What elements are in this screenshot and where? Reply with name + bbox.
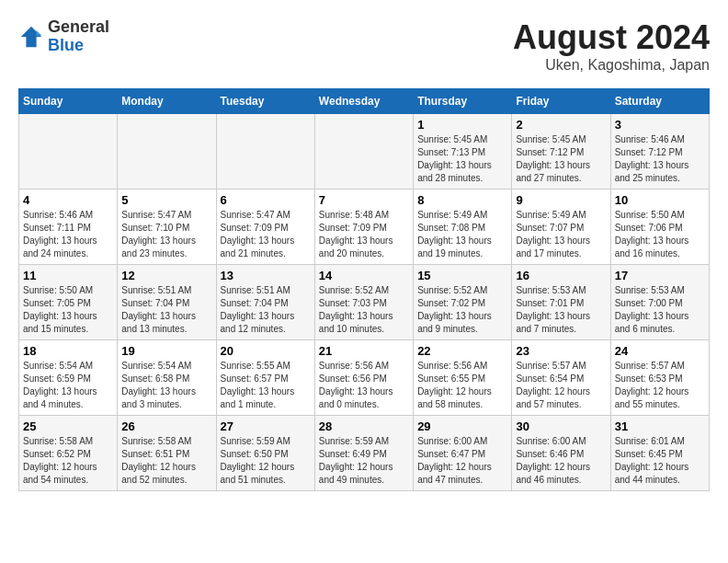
day-number: 24 (615, 344, 705, 358)
day-number: 16 (516, 269, 606, 282)
day-number: 4 (23, 193, 113, 207)
day-cell: 18Sunrise: 5:54 AM Sunset: 6:59 PM Dayli… (19, 340, 118, 416)
day-info: Sunrise: 5:45 AM Sunset: 7:13 PM Dayligh… (417, 133, 507, 185)
day-number: 1 (417, 118, 507, 132)
page-subtitle: Uken, Kagoshima, Japan (513, 57, 710, 74)
logo-blue: Blue (48, 37, 109, 55)
day-cell: 24Sunrise: 5:57 AM Sunset: 6:53 PM Dayli… (610, 340, 709, 416)
week-row-5: 25Sunrise: 5:58 AM Sunset: 6:52 PM Dayli… (19, 416, 710, 491)
day-cell: 3Sunrise: 5:46 AM Sunset: 7:12 PM Daylig… (610, 114, 709, 190)
day-cell: 14Sunrise: 5:52 AM Sunset: 7:03 PM Dayli… (314, 265, 413, 340)
col-header-tuesday: Tuesday (216, 89, 314, 114)
day-info: Sunrise: 5:54 AM Sunset: 6:58 PM Dayligh… (121, 360, 211, 411)
day-cell: 19Sunrise: 5:54 AM Sunset: 6:58 PM Dayli… (118, 340, 216, 416)
day-info: Sunrise: 5:46 AM Sunset: 7:11 PM Dayligh… (23, 209, 113, 260)
day-info: Sunrise: 5:52 AM Sunset: 7:02 PM Dayligh… (417, 284, 507, 336)
day-info: Sunrise: 5:47 AM Sunset: 7:09 PM Dayligh… (221, 209, 311, 260)
day-info: Sunrise: 5:52 AM Sunset: 7:03 PM Dayligh… (319, 284, 409, 336)
week-row-2: 4Sunrise: 5:46 AM Sunset: 7:11 PM Daylig… (19, 190, 710, 265)
day-cell: 26Sunrise: 5:58 AM Sunset: 6:51 PM Dayli… (118, 416, 216, 491)
col-header-wednesday: Wednesday (314, 89, 413, 114)
day-info: Sunrise: 5:59 AM Sunset: 6:50 PM Dayligh… (221, 435, 311, 487)
day-info: Sunrise: 5:59 AM Sunset: 6:49 PM Dayligh… (319, 435, 409, 487)
col-header-sunday: Sunday (19, 89, 118, 114)
day-info: Sunrise: 5:46 AM Sunset: 7:12 PM Dayligh… (615, 133, 705, 185)
day-number: 18 (23, 344, 113, 358)
day-cell: 27Sunrise: 5:59 AM Sunset: 6:50 PM Dayli… (216, 416, 314, 491)
day-cell: 31Sunrise: 6:01 AM Sunset: 6:45 PM Dayli… (610, 416, 709, 491)
day-number: 28 (319, 419, 409, 433)
day-number: 3 (615, 118, 705, 132)
svg-marker-1 (37, 30, 42, 36)
day-number: 6 (221, 193, 311, 207)
day-info: Sunrise: 5:51 AM Sunset: 7:04 PM Dayligh… (121, 284, 211, 336)
day-cell: 2Sunrise: 5:45 AM Sunset: 7:12 PM Daylig… (512, 114, 610, 190)
day-info: Sunrise: 5:45 AM Sunset: 7:12 PM Dayligh… (516, 133, 606, 185)
day-cell: 21Sunrise: 5:56 AM Sunset: 6:56 PM Dayli… (314, 340, 413, 416)
page-title: August 2024 (513, 18, 710, 57)
day-cell: 11Sunrise: 5:50 AM Sunset: 7:05 PM Dayli… (19, 265, 118, 340)
day-cell: 12Sunrise: 5:51 AM Sunset: 7:04 PM Dayli… (118, 265, 216, 340)
day-cell: 25Sunrise: 5:58 AM Sunset: 6:52 PM Dayli… (19, 416, 118, 491)
day-cell: 8Sunrise: 5:49 AM Sunset: 7:08 PM Daylig… (414, 190, 512, 265)
day-cell: 29Sunrise: 6:00 AM Sunset: 6:47 PM Dayli… (414, 416, 512, 491)
day-info: Sunrise: 5:47 AM Sunset: 7:10 PM Dayligh… (121, 209, 211, 260)
col-header-monday: Monday (118, 89, 216, 114)
day-info: Sunrise: 5:58 AM Sunset: 6:52 PM Dayligh… (23, 435, 113, 487)
week-row-4: 18Sunrise: 5:54 AM Sunset: 6:59 PM Dayli… (19, 340, 710, 416)
col-header-thursday: Thursday (414, 89, 512, 114)
day-cell: 10Sunrise: 5:50 AM Sunset: 7:06 PM Dayli… (610, 190, 709, 265)
col-header-saturday: Saturday (610, 89, 709, 114)
day-number: 29 (417, 419, 507, 433)
day-info: Sunrise: 5:53 AM Sunset: 7:01 PM Dayligh… (516, 284, 606, 336)
day-cell (314, 114, 413, 190)
col-header-friday: Friday (512, 89, 610, 114)
day-number: 11 (23, 269, 113, 282)
day-number: 14 (319, 269, 409, 282)
day-info: Sunrise: 5:50 AM Sunset: 7:06 PM Dayligh… (615, 209, 705, 260)
day-number: 15 (417, 269, 507, 282)
day-number: 26 (121, 419, 211, 433)
day-cell: 13Sunrise: 5:51 AM Sunset: 7:04 PM Dayli… (216, 265, 314, 340)
week-row-3: 11Sunrise: 5:50 AM Sunset: 7:05 PM Dayli… (19, 265, 710, 340)
calendar-table: SundayMondayTuesdayWednesdayThursdayFrid… (18, 88, 710, 491)
day-number: 21 (319, 344, 409, 358)
day-info: Sunrise: 5:49 AM Sunset: 7:08 PM Dayligh… (417, 209, 507, 260)
day-number: 17 (615, 269, 705, 282)
day-info: Sunrise: 5:50 AM Sunset: 7:05 PM Dayligh… (23, 284, 113, 336)
day-info: Sunrise: 6:01 AM Sunset: 6:45 PM Dayligh… (615, 435, 705, 487)
day-number: 23 (516, 344, 606, 358)
logo-icon (18, 24, 44, 50)
day-number: 13 (221, 269, 311, 282)
day-number: 31 (615, 419, 705, 433)
day-cell: 30Sunrise: 6:00 AM Sunset: 6:46 PM Dayli… (512, 416, 610, 491)
logo-text: General Blue (48, 18, 109, 55)
day-number: 8 (417, 193, 507, 207)
day-cell: 6Sunrise: 5:47 AM Sunset: 7:09 PM Daylig… (216, 190, 314, 265)
day-number: 19 (121, 344, 211, 358)
page-header: General Blue August 2024 Uken, Kagoshima… (18, 18, 710, 74)
day-info: Sunrise: 5:49 AM Sunset: 7:07 PM Dayligh… (516, 209, 606, 260)
day-number: 5 (121, 193, 211, 207)
day-cell (216, 114, 314, 190)
day-cell: 16Sunrise: 5:53 AM Sunset: 7:01 PM Dayli… (512, 265, 610, 340)
day-cell: 5Sunrise: 5:47 AM Sunset: 7:10 PM Daylig… (118, 190, 216, 265)
day-info: Sunrise: 5:57 AM Sunset: 6:54 PM Dayligh… (516, 360, 606, 411)
day-number: 10 (615, 193, 705, 207)
svg-marker-0 (21, 27, 41, 47)
day-info: Sunrise: 5:55 AM Sunset: 6:57 PM Dayligh… (221, 360, 311, 411)
day-info: Sunrise: 6:00 AM Sunset: 6:47 PM Dayligh… (417, 435, 507, 487)
day-number: 7 (319, 193, 409, 207)
logo-general: General (48, 18, 109, 37)
day-number: 22 (417, 344, 507, 358)
day-cell: 9Sunrise: 5:49 AM Sunset: 7:07 PM Daylig… (512, 190, 610, 265)
day-cell: 1Sunrise: 5:45 AM Sunset: 7:13 PM Daylig… (414, 114, 512, 190)
day-number: 27 (221, 419, 311, 433)
day-cell: 28Sunrise: 5:59 AM Sunset: 6:49 PM Dayli… (314, 416, 413, 491)
day-info: Sunrise: 6:00 AM Sunset: 6:46 PM Dayligh… (516, 435, 606, 487)
day-info: Sunrise: 5:57 AM Sunset: 6:53 PM Dayligh… (615, 360, 705, 411)
day-number: 2 (516, 118, 606, 132)
day-number: 12 (121, 269, 211, 282)
logo: General Blue (18, 18, 109, 55)
day-info: Sunrise: 5:56 AM Sunset: 6:56 PM Dayligh… (319, 360, 409, 411)
